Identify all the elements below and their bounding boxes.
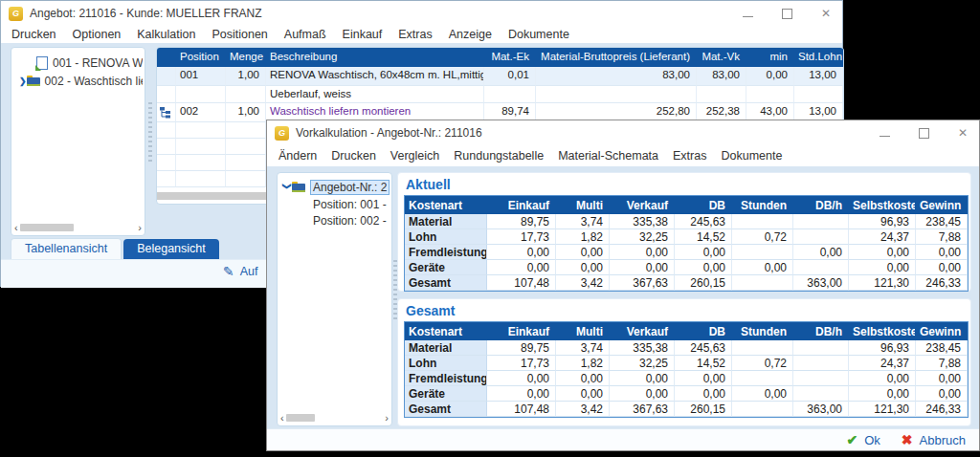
chevron-down-icon[interactable]: ❯ — [282, 183, 292, 192]
cell-std-lohn — [794, 86, 843, 103]
row-fremdleistung[interactable]: Fremdleistung 0,00 0,00 0,00 0,00 0,00 0… — [405, 371, 968, 386]
col-gewinn: Gewinn — [916, 322, 968, 340]
row-lohn[interactable]: Lohn 17,73 1,82 32,25 14,52 0,72 24,37 7… — [405, 229, 968, 245]
menu-anzeige[interactable]: Anzeige — [449, 28, 492, 41]
row-gesamt[interactable]: Gesamt 107,48 3,42 367,63 260,15 363,00 … — [405, 402, 968, 417]
grid-col-min[interactable]: min — [746, 48, 794, 67]
assembly-icon — [157, 103, 176, 122]
menu-vergleich[interactable]: Vergleich — [390, 149, 439, 163]
col-selbstkosten: Selbstkosten — [849, 196, 916, 214]
scroll-left-icon[interactable]: ‹ — [280, 412, 284, 424]
cell-label: Lohn — [405, 229, 487, 245]
menu-drucken[interactable]: Drucken — [11, 28, 56, 41]
row-material[interactable]: Material 89,75 3,74 335,38 245,63 96,93 … — [405, 340, 968, 356]
cell-bruttopreis: 83,00 — [536, 67, 697, 86]
menu-extras[interactable]: Extras — [398, 28, 432, 41]
tree-item-001-label: 001 - RENOVA Wascht — [53, 56, 143, 70]
cell-label: Fremdleistung — [405, 245, 487, 260]
scrollbar-thumb[interactable] — [20, 224, 74, 231]
col-db: DB — [675, 322, 732, 340]
tree-root-angebot[interactable]: ❯ Angebot-Nr.: 2 — [278, 173, 391, 196]
menu-drucken[interactable]: Drucken — [331, 149, 376, 163]
menu-aendern[interactable]: Ändern — [278, 149, 317, 163]
cell-value: 0,00 — [732, 386, 793, 402]
menu-extras[interactable]: Extras — [673, 149, 706, 163]
maximize-icon[interactable] — [780, 7, 793, 20]
menu-material-schemata[interactable]: Material-Schemata — [558, 149, 658, 163]
vorkalkulation-content: ❯ Angebot-Nr.: 2 Position: 001 - Positio… — [267, 166, 979, 428]
panel-splitter[interactable] — [148, 102, 152, 163]
maximize-icon[interactable] — [917, 126, 930, 140]
menu-optionen[interactable]: Optionen — [73, 28, 122, 41]
cell-min — [746, 86, 794, 103]
cell-value: 24,37 — [849, 229, 916, 245]
menu-positionen[interactable]: Positionen — [212, 28, 267, 41]
grid-row-001[interactable]: 001 1,00 RENOVA Waschtisch, 60x48cm m. H… — [157, 67, 843, 86]
angebot-titlebar[interactable]: G Angebot: 211016 - Kunde: MUELLER FRANZ… — [1, 1, 842, 26]
cell-icon — [157, 86, 176, 103]
cell-value: 0,00 — [487, 386, 556, 402]
cell-value: 0,72 — [732, 356, 793, 371]
aufmass-button[interactable]: ✎ Auf — [223, 265, 258, 278]
abbruch-button[interactable]: ✖ Abbruch — [902, 433, 966, 447]
cell-value: 24,37 — [849, 356, 916, 371]
row-material[interactable]: Material 89,75 3,74 335,38 245,63 96,93 … — [405, 214, 968, 229]
minimize-icon[interactable] — [741, 7, 754, 20]
cell-value: 0,00 — [916, 245, 968, 260]
minimize-icon[interactable] — [878, 126, 891, 140]
menu-aufmass[interactable]: Aufmaß — [284, 28, 326, 41]
close-icon[interactable]: ✕ — [819, 7, 833, 20]
dialog-footer: ✔ Ok ✖ Abbruch — [267, 428, 979, 450]
app-icon: G — [9, 7, 23, 21]
cell-value: 107,48 — [487, 402, 556, 417]
tree-item-001[interactable]: 001 - RENOVA Wascht — [13, 54, 143, 72]
row-geraete[interactable]: Geräte 0,00 0,00 0,00 0,00 0,00 0,00 0,0… — [405, 260, 968, 275]
cell-mat-vk: 83,00 — [697, 67, 746, 86]
menu-dokumente[interactable]: Dokumente — [721, 149, 782, 163]
tab-belegansicht[interactable]: Belegansicht — [123, 239, 219, 259]
grid-col-beschreibung[interactable]: Beschreibung — [266, 48, 484, 67]
tree-item-position-002[interactable]: Position: 002 - — [278, 212, 391, 228]
cell-value — [732, 340, 793, 356]
scroll-right-icon[interactable]: › — [138, 222, 142, 233]
col-verkauf: Verkauf — [610, 322, 675, 340]
menu-dokumente[interactable]: Dokumente — [508, 28, 569, 41]
cell-std-lohn: 13,00 — [794, 67, 843, 86]
cell-value: 3,42 — [556, 402, 610, 417]
cell-value: 0,00 — [849, 386, 916, 402]
tree-item-002[interactable]: ❯ 002 - Waschtisch liefe — [13, 72, 143, 90]
grid-col-mat-ek[interactable]: Mat.-Ek — [484, 48, 536, 67]
scroll-left-icon[interactable]: ‹ — [14, 222, 18, 233]
close-icon[interactable]: ✕ — [956, 126, 969, 140]
grid-col-position[interactable]: Position — [176, 48, 226, 67]
grid-col-std-lohn[interactable]: Std.Lohn — [794, 48, 843, 67]
cell-value: 3,74 — [556, 214, 610, 229]
grid-col-menge[interactable]: Menge — [226, 48, 266, 67]
cell-value: 238,45 — [916, 214, 968, 229]
row-fremdleistung[interactable]: Fremdleistung 0,00 0,00 0,00 0,00 0,00 0… — [405, 245, 968, 260]
aktuell-table: Kostenart Einkauf Multi Verkauf DB Stund… — [404, 195, 969, 292]
menu-rundungstabelle[interactable]: Rundungstabelle — [454, 149, 544, 163]
vorkalkulation-titlebar[interactable]: G Vorkalkulation - Angebot-Nr.: 211016 ✕ — [267, 120, 979, 145]
tree-horizontal-scrollbar[interactable]: ‹ › — [14, 222, 142, 233]
menu-einkauf[interactable]: Einkauf — [343, 28, 383, 41]
scrollbar-thumb[interactable] — [286, 414, 315, 422]
table-header-row: Kostenart Einkauf Multi Verkauf DB Stund… — [405, 196, 968, 214]
tree-item-002-label: 002 - Waschtisch liefe — [45, 75, 143, 88]
cell-label: Geräte — [405, 386, 487, 402]
row-lohn[interactable]: Lohn 17,73 1,82 32,25 14,52 0,72 24,37 7… — [405, 356, 968, 371]
scroll-right-icon[interactable]: › — [385, 412, 389, 424]
cell-value: 1,82 — [556, 356, 610, 371]
tab-tabellenansicht[interactable]: Tabellenansicht — [11, 238, 122, 259]
tree-horizontal-scrollbar[interactable]: ‹ › — [280, 412, 389, 424]
row-gesamt[interactable]: Gesamt 107,48 3,42 367,63 260,15 363,00 … — [405, 275, 968, 291]
grid-row-001-continuation[interactable]: Ueberlauf, weiss — [157, 86, 843, 103]
menu-kalkulation[interactable]: Kalkulation — [137, 28, 195, 41]
grid-col-bruttopreis[interactable]: Material-Bruttopreis (Lieferant) — [536, 48, 697, 67]
chevron-right-icon[interactable]: ❯ — [19, 76, 27, 86]
row-geraete[interactable]: Geräte 0,00 0,00 0,00 0,00 0,00 0,00 0,0… — [405, 386, 968, 402]
tree-item-position-001[interactable]: Position: 001 - — [278, 196, 391, 212]
ok-button[interactable]: ✔ Ok — [846, 433, 880, 447]
grid-col-mat-vk[interactable]: Mat.-Vk — [697, 48, 746, 67]
cell-value — [793, 356, 849, 371]
